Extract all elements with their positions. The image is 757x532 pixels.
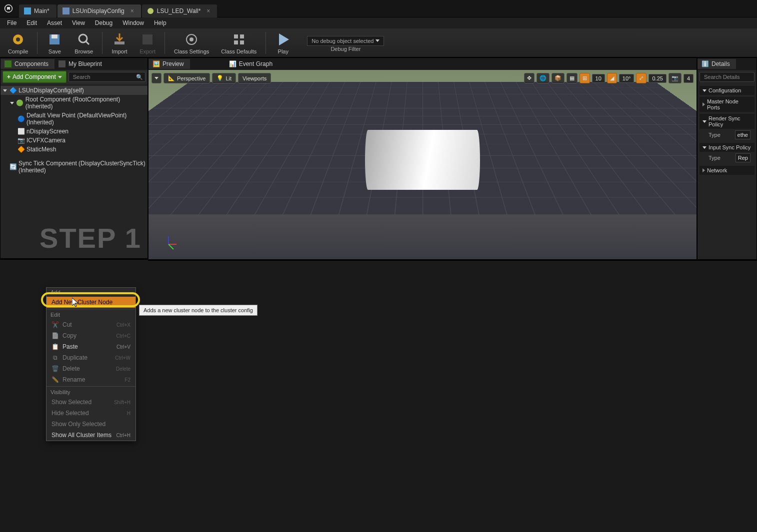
menu-view[interactable]: View (67, 18, 90, 27)
section-render-sync[interactable]: Render Sync Policy (700, 114, 754, 129)
camera-speed-icon[interactable]: 📷 (668, 73, 682, 83)
tree-row[interactable]: 🟢 Root Component (RootComponent) (Inheri… (0, 95, 148, 111)
graph-icon: 📊 (229, 60, 236, 67)
details-search-input[interactable]: Search Details (700, 72, 754, 82)
section-input-sync[interactable]: Input Sync Policy (700, 143, 754, 152)
collapse-icon[interactable] (10, 100, 14, 105)
doc-tab-ledwall[interactable]: LSU_LED_Wall* × (142, 4, 218, 17)
export-icon (140, 31, 156, 47)
duplicate-item[interactable]: ⧉ Duplicate Ctrl+W (46, 352, 136, 363)
menu-asset[interactable]: Asset (42, 18, 67, 27)
menu-debug[interactable]: Debug (90, 18, 118, 27)
angle-snap-value[interactable]: 10° (619, 74, 634, 83)
type-field[interactable]: Rep (736, 153, 750, 162)
svg-point-3 (148, 8, 154, 14)
svg-rect-19 (58, 60, 66, 67)
close-icon[interactable]: × (206, 7, 210, 14)
tree-row[interactable]: ⬜ nDisplayScreen (0, 127, 148, 136)
doc-tab-config[interactable]: LSUnDisplayConfig × (58, 4, 141, 17)
tab-output-mapping[interactable]: 🖥️ OutputMapping (148, 260, 210, 261)
scale-snap-button[interactable]: ⤢ (636, 73, 646, 83)
menu-file[interactable]: File (2, 18, 22, 27)
show-all-cluster-items-item[interactable]: Show All Cluster Items Ctrl+H (46, 430, 136, 441)
surface-snap-button[interactable]: ▦ (566, 73, 578, 83)
tool-label: Compile (8, 48, 28, 54)
tab-components[interactable]: Components (0, 59, 54, 69)
material-icon (147, 7, 154, 14)
import-button[interactable]: Import (106, 29, 134, 56)
compile-button[interactable]: Compile (2, 29, 34, 56)
class-defaults-button[interactable]: Class Defaults (215, 29, 262, 56)
angle-snap-button[interactable]: ◢ (607, 73, 617, 83)
tab-compiler-results[interactable]: ⚙️ Compiler Results (698, 260, 756, 261)
browse-button[interactable]: Browse (68, 29, 99, 56)
move-tool-button[interactable]: ✥ (524, 73, 534, 83)
tree-label: Default View Point (DefaultViewPoint) (I… (26, 112, 146, 126)
tree-label: ICVFXCamera (26, 137, 66, 144)
svg-rect-17 (240, 40, 244, 44)
show-only-selected-item[interactable]: Show Only Selected (46, 419, 136, 430)
shortcut-label: Ctrl+C (116, 333, 130, 339)
section-configuration[interactable]: Configuration (700, 86, 754, 95)
add-new-cluster-node-item[interactable]: Add New Cluster Node (46, 297, 136, 308)
viewport-options-button[interactable] (152, 73, 162, 83)
tab-cluster[interactable]: 🖥️ Cluster (0, 259, 40, 260)
debug-filter-combo[interactable]: No debug object selected (307, 36, 384, 46)
menu-window[interactable]: Window (118, 18, 149, 27)
context-section-label: Edit (46, 310, 136, 319)
play-button[interactable]: Play (269, 29, 297, 56)
paste-icon: 📋 (52, 343, 58, 350)
doc-tab-main[interactable]: Main* (19, 4, 56, 17)
menu-help[interactable]: Help (149, 18, 172, 27)
hide-selected-item[interactable]: Hide Selected H (46, 408, 136, 419)
context-section-label: Add (46, 288, 136, 297)
grid-snap-button[interactable]: ⊞ (580, 73, 590, 83)
shortcut-label: Delete (116, 366, 130, 372)
tree-row[interactable]: 🔵 Default View Point (DefaultViewPoint) … (0, 111, 148, 127)
rename-item[interactable]: ✏️ Rename F2 (46, 374, 136, 385)
save-button[interactable]: Save (40, 29, 68, 56)
type-field[interactable]: ethe (735, 130, 750, 139)
tab-eventgraph[interactable]: 📊 Event Graph (225, 59, 278, 69)
grid-snap-value[interactable]: 10 (592, 74, 605, 83)
tool-label: Class Settings (174, 48, 209, 54)
section-master-ports[interactable]: Master Node Ports (700, 97, 754, 112)
tab-details[interactable]: ℹ️ Details (698, 59, 736, 69)
camera-speed-button[interactable]: 📦 (552, 73, 564, 83)
menu-edit[interactable]: Edit (22, 18, 42, 27)
components-search-input[interactable]: Search 🔍 (68, 72, 146, 82)
class-settings-button[interactable]: Class Settings (168, 29, 215, 56)
close-icon[interactable]: × (130, 7, 134, 14)
context-section-label: Visibility (46, 388, 136, 397)
add-component-button[interactable]: + Add Component (2, 71, 66, 83)
globe-tool-button[interactable]: 🌐 (536, 73, 550, 83)
viewports-button[interactable]: Viewports (238, 73, 271, 83)
show-selected-item[interactable]: Show Selected Shift+H (46, 397, 136, 408)
cut-item[interactable]: ✂️ Cut Ctrl+X (46, 319, 136, 330)
tree-row[interactable]: 🔶 StaticMesh (0, 145, 148, 154)
tree-row-self[interactable]: 🔷 LSUnDisplayConfig(self) (0, 86, 148, 95)
tool-label: Browse (74, 48, 93, 54)
collapse-icon[interactable] (2, 88, 8, 93)
lit-button[interactable]: 💡 Lit (212, 73, 236, 83)
scale-snap-value[interactable]: 0.25 (648, 74, 666, 83)
axis-gizmo (158, 234, 178, 254)
paste-item[interactable]: 📋 Paste Ctrl+V (46, 341, 136, 352)
import-icon (112, 31, 128, 47)
tab-myblueprint[interactable]: My Blueprint (54, 59, 108, 69)
svg-rect-18 (4, 60, 12, 67)
perspective-button[interactable]: 📐 Perspective (164, 73, 210, 83)
tree-row[interactable]: 📷 ICVFXCamera (0, 136, 148, 145)
chevron-down-icon (702, 89, 706, 92)
tree-row[interactable]: 🔄 Sync Tick Component (DisplayClusterSyn… (0, 159, 148, 175)
camera-speed-value[interactable]: 4 (684, 74, 694, 83)
section-network[interactable]: Network (700, 166, 754, 175)
delete-item[interactable]: 🗑️ Delete Delete (46, 363, 136, 374)
gear-icon (10, 31, 26, 47)
search-icon (76, 31, 92, 47)
doc-tab-label: Main* (34, 7, 50, 14)
viewport-3d[interactable]: 📐 Perspective 💡 Lit Viewports ✥ 🌐 📦 ▦ ⊞ … (148, 70, 696, 259)
tab-preview[interactable]: 🖼️ Preview (148, 59, 190, 69)
copy-item[interactable]: 📄 Copy Ctrl+C (46, 330, 136, 341)
tab-label: Components (14, 60, 48, 67)
